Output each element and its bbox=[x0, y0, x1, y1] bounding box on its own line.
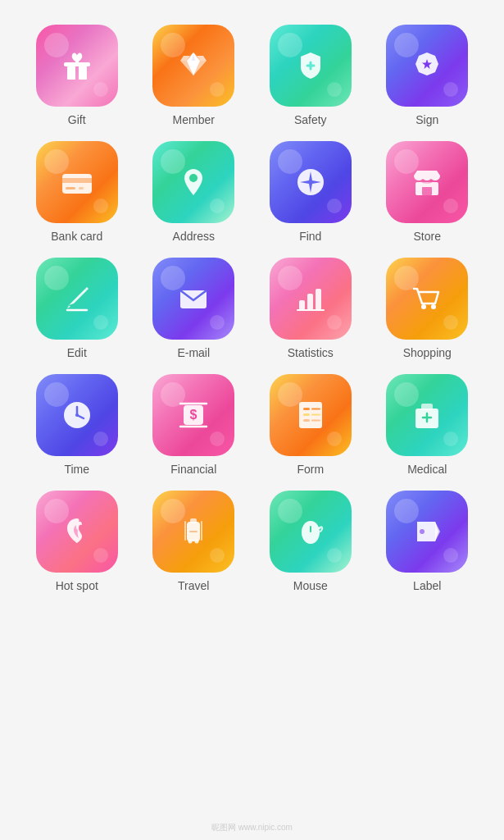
list-item[interactable]: Shopping bbox=[373, 258, 482, 359]
svg-rect-47 bbox=[190, 518, 197, 523]
bankcard-label: Bank card bbox=[51, 230, 102, 243]
shopping-label: Shopping bbox=[403, 346, 452, 359]
list-item[interactable]: Medical bbox=[373, 374, 482, 476]
find-icon-box[interactable] bbox=[270, 141, 352, 223]
list-item[interactable]: Time bbox=[23, 374, 132, 476]
time-icon-box[interactable] bbox=[36, 374, 118, 456]
safety-label: Safety bbox=[294, 113, 327, 126]
svg-rect-10 bbox=[62, 174, 92, 194]
email-icon-box[interactable] bbox=[152, 258, 234, 340]
svg-rect-13 bbox=[79, 187, 84, 189]
list-item[interactable]: Address bbox=[139, 141, 248, 243]
svg-rect-1 bbox=[67, 66, 75, 80]
bankcard-icon-box[interactable] bbox=[36, 141, 118, 223]
svg-rect-48 bbox=[189, 531, 198, 532]
gift-icon-box[interactable] bbox=[36, 25, 118, 107]
list-item[interactable]: Member bbox=[139, 25, 248, 126]
list-item[interactable]: Safety bbox=[257, 25, 366, 126]
gift-label: Gift bbox=[68, 113, 86, 126]
hotspot-icon-box[interactable] bbox=[36, 491, 118, 573]
list-item[interactable]: E-mail bbox=[139, 258, 248, 359]
svg-point-30 bbox=[75, 413, 79, 417]
financial-icon-box[interactable]: $ bbox=[152, 374, 234, 456]
list-item[interactable]: Store bbox=[373, 141, 482, 243]
store-icon-box[interactable] bbox=[386, 141, 468, 223]
svg-point-49 bbox=[188, 540, 193, 544]
svg-point-25 bbox=[421, 304, 426, 309]
edit-label: Edit bbox=[67, 346, 87, 359]
address-label: Address bbox=[173, 230, 215, 243]
list-item[interactable]: Gift bbox=[23, 25, 132, 126]
hotspot-label: Hot spot bbox=[56, 579, 98, 592]
watermark: 昵图网 www.nipic.com bbox=[211, 822, 293, 833]
medical-icon-box[interactable] bbox=[386, 374, 468, 456]
time-label: Time bbox=[64, 463, 89, 476]
svg-rect-3 bbox=[75, 56, 79, 62]
label-label: Label bbox=[413, 579, 441, 592]
safety-icon-box[interactable] bbox=[270, 25, 352, 107]
svg-rect-40 bbox=[303, 419, 310, 422]
store-label: Store bbox=[414, 230, 441, 243]
list-item[interactable]: Form bbox=[257, 374, 366, 476]
list-item[interactable]: Sign bbox=[373, 25, 482, 126]
svg-rect-23 bbox=[316, 289, 321, 310]
list-item[interactable]: Label bbox=[373, 491, 482, 592]
address-icon-box[interactable] bbox=[152, 141, 234, 223]
mouse-icon-box[interactable] bbox=[270, 491, 352, 573]
financial-label: Financial bbox=[170, 463, 216, 476]
svg-rect-12 bbox=[66, 187, 75, 189]
svg-point-50 bbox=[195, 540, 199, 544]
find-label: Find bbox=[299, 230, 321, 243]
svg-rect-0 bbox=[64, 62, 90, 66]
label-icon-box[interactable] bbox=[386, 491, 468, 573]
svg-point-26 bbox=[431, 304, 436, 309]
svg-rect-38 bbox=[303, 413, 310, 416]
list-item[interactable]: Travel bbox=[139, 491, 248, 592]
list-item[interactable]: $ Financial bbox=[139, 374, 248, 476]
svg-rect-18 bbox=[422, 187, 432, 195]
list-item[interactable]: Statistics bbox=[257, 258, 366, 359]
travel-label: Travel bbox=[178, 579, 209, 592]
shopping-icon-box[interactable] bbox=[386, 258, 468, 340]
svg-rect-22 bbox=[307, 294, 313, 310]
svg-rect-21 bbox=[299, 300, 305, 310]
sign-icon-box[interactable] bbox=[386, 25, 468, 107]
sign-label: Sign bbox=[415, 113, 438, 126]
svg-rect-2 bbox=[79, 66, 87, 80]
medical-label: Medical bbox=[407, 463, 447, 476]
list-item[interactable]: Mouse bbox=[257, 491, 366, 592]
list-item[interactable]: Hot spot bbox=[23, 491, 132, 592]
svg-text:$: $ bbox=[190, 408, 198, 422]
form-label: Form bbox=[297, 463, 324, 476]
svg-point-55 bbox=[420, 529, 425, 534]
edit-icon-box[interactable] bbox=[36, 258, 118, 340]
statistics-icon-box[interactable] bbox=[270, 258, 352, 340]
svg-point-14 bbox=[189, 174, 198, 182]
form-icon-box[interactable] bbox=[270, 374, 352, 456]
statistics-label: Statistics bbox=[288, 346, 334, 359]
svg-rect-36 bbox=[303, 408, 310, 410]
icon-grid: Gift Member Safety bbox=[23, 25, 482, 592]
member-label: Member bbox=[173, 113, 215, 126]
list-item[interactable]: Bank card bbox=[23, 141, 132, 243]
list-item[interactable]: Edit bbox=[23, 258, 132, 359]
email-label: E-mail bbox=[177, 346, 210, 359]
member-icon-box[interactable] bbox=[152, 25, 234, 107]
list-item[interactable]: Find bbox=[257, 141, 366, 243]
travel-icon-box[interactable] bbox=[152, 491, 234, 573]
mouse-label: Mouse bbox=[293, 579, 328, 592]
svg-rect-11 bbox=[62, 178, 92, 183]
svg-rect-43 bbox=[421, 404, 433, 410]
